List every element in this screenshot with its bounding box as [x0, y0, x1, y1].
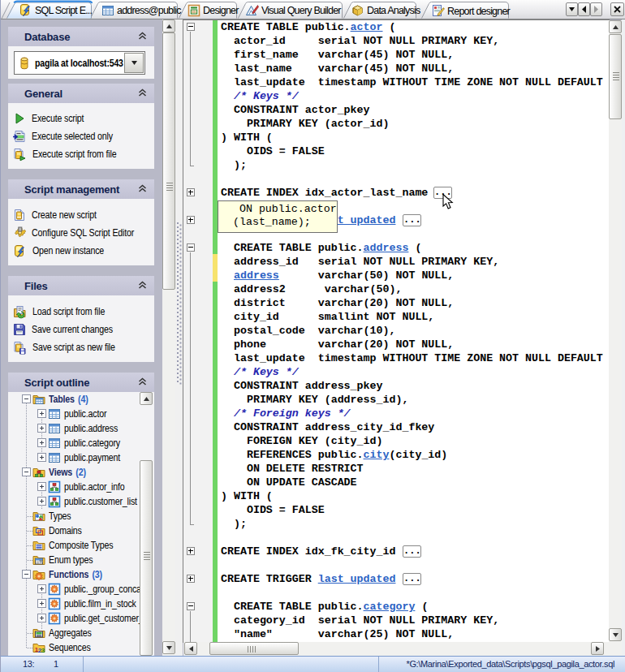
svg-text:3: 3	[41, 647, 45, 654]
